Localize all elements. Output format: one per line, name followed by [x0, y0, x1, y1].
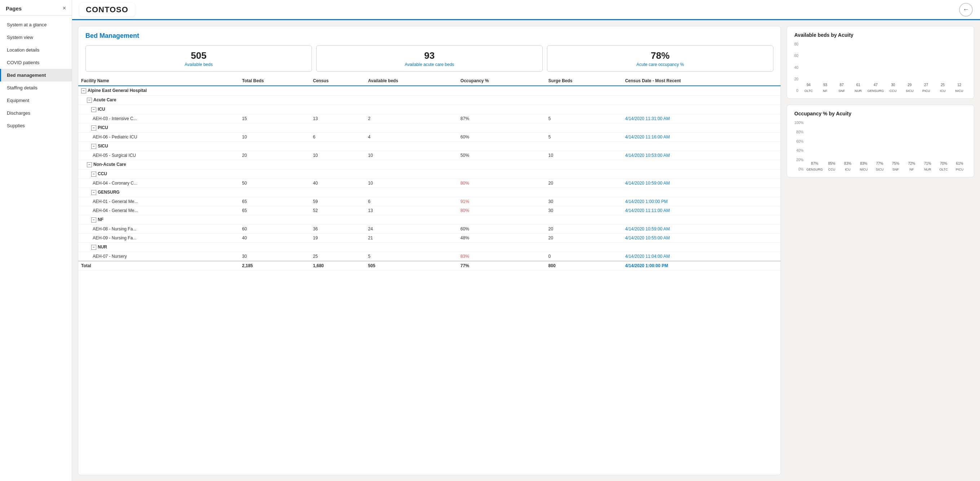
bar-col: 72%NF — [905, 161, 919, 171]
table-row: −Acute Care — [78, 96, 781, 105]
bar-col: 85%CCU — [825, 161, 838, 171]
bar-col: 83%ICU — [840, 161, 854, 171]
bar-col: 87%GENSURG — [807, 161, 823, 171]
col-header: Total Beds — [239, 76, 310, 86]
bar-col: 27PICU — [919, 83, 934, 93]
expand-icon[interactable]: − — [91, 245, 96, 250]
stat-value: 505 — [93, 50, 304, 61]
col-header: Surge Beds — [546, 76, 622, 86]
table-row: AEH-05 - Surgical ICU20101050%104/14/202… — [78, 151, 781, 160]
bar-col: 70%OLTC — [936, 161, 950, 171]
bar-col: 83%NICU — [857, 161, 871, 171]
topbar-logo: CONTOSO — [80, 3, 135, 17]
col-header: Census Date - Most Recent — [622, 76, 781, 86]
sidebar-item-covid-patients[interactable]: COVID patients — [0, 56, 72, 69]
stat-card: 505Available beds — [86, 45, 312, 72]
table-row: −NUR — [78, 243, 781, 252]
bar-col: 93NF — [818, 83, 832, 93]
panel-title: Bed Management — [86, 32, 139, 39]
panel-header: Bed Management — [78, 26, 781, 43]
expand-icon[interactable]: − — [91, 217, 96, 223]
sidebar-item-equipment[interactable]: Equipment — [0, 94, 72, 107]
sidebar-close-button[interactable]: × — [63, 5, 66, 11]
bed-management-panel: Bed Management 505Available beds93Availa… — [78, 26, 781, 475]
sidebar-item-system-at-glance[interactable]: System at a glance — [0, 18, 72, 31]
total-row: Total2,1851,68050577%8004/14/2020 1:00:0… — [78, 261, 781, 271]
chart-title: Occupancy % by Acuity — [794, 111, 967, 116]
topbar: CONTOSO ← — [72, 0, 980, 20]
sidebar-nav: System at a glanceSystem viewLocation de… — [0, 16, 72, 135]
stat-value: 78% — [555, 50, 766, 61]
col-header: Available beds — [365, 76, 458, 86]
bar-col: 47GENSURG — [867, 83, 884, 93]
back-button[interactable]: ← — [959, 3, 973, 17]
expand-icon[interactable]: − — [91, 126, 96, 131]
bar-col: 71%NUR — [921, 161, 935, 171]
stats-row: 505Available beds93Available acute care … — [78, 43, 781, 76]
col-header: Occupancy % — [458, 76, 546, 86]
col-header: Census — [310, 76, 365, 86]
expand-icon[interactable]: − — [87, 98, 92, 103]
bar-col: 87SNF — [834, 83, 849, 93]
stat-label: Acute care occupancy % — [555, 62, 766, 67]
sidebar-item-location-details[interactable]: Location details — [0, 44, 72, 56]
bar-chart-inner: 87%GENSURG85%CCU83%ICU83%NICU77%SICU75%S… — [807, 121, 967, 171]
sidebar-item-bed-management[interactable]: Bed management — [0, 69, 72, 81]
table-row: AEH-06 - Pediatric ICU106460%54/14/2020 … — [78, 133, 781, 142]
table-row: AEH-04 - Coronary C...50401080%204/14/20… — [78, 179, 781, 188]
table-container[interactable]: Facility NameTotal BedsCensusAvailable b… — [78, 76, 781, 475]
sidebar-item-system-view[interactable]: System view — [0, 31, 72, 44]
bar-col: 61%PICU — [953, 161, 967, 171]
stat-label: Available beds — [93, 62, 304, 67]
table-row: −ICU — [78, 105, 781, 114]
table-row: AEH-04 - General Me...65521380%304/14/20… — [78, 206, 781, 215]
table-row: AEH-09 - Nursing Fa...40192148%204/14/20… — [78, 234, 781, 243]
expand-icon[interactable]: − — [91, 144, 96, 149]
table-row: −SICU — [78, 142, 781, 151]
bar-col: 61NUR — [851, 83, 866, 93]
chart-card: Occupancy % by Acuity100%80%60%40%20%0%8… — [787, 105, 974, 177]
sidebar-item-discharges[interactable]: Discharges — [0, 107, 72, 119]
back-icon: ← — [963, 6, 969, 13]
bar-col: 12NICU — [952, 83, 967, 93]
bar-col: 30CCU — [886, 83, 900, 93]
bar-chart-inner: 94OLTC93NF87SNF61NUR47GENSURG30CCU29SICU… — [801, 42, 967, 93]
bar-col: 77%SICU — [873, 161, 887, 171]
table-row: AEH-08 - Nursing Fa...60362460%204/14/20… — [78, 225, 781, 234]
bar-col: 75%SNF — [888, 161, 902, 171]
expand-icon[interactable]: − — [87, 162, 92, 167]
table-row: −CCU — [78, 169, 781, 179]
col-header: Facility Name — [78, 76, 239, 86]
sidebar-header: Pages × — [0, 0, 72, 16]
table-row: −Alpine East General Hospital — [78, 86, 781, 96]
expand-icon[interactable]: − — [91, 107, 96, 112]
table-row: −GENSURG — [78, 188, 781, 197]
bar-col: 94OLTC — [801, 83, 816, 93]
table-row: −Non-Acute Care — [78, 160, 781, 169]
stat-label: Available acute care beds — [324, 62, 535, 67]
expand-icon[interactable]: − — [81, 88, 86, 93]
chart-card: Available beds by Acuity80604020094OLTC9… — [787, 26, 974, 99]
table-row: AEH-07 - Nursery3025583%04/14/2020 11:04… — [78, 252, 781, 261]
expand-icon[interactable]: − — [91, 190, 96, 195]
chart-wrapper: 80604020094OLTC93NF87SNF61NUR47GENSURG30… — [794, 42, 967, 93]
table-body: −Alpine East General Hospital−Acute Care… — [78, 86, 781, 271]
table-header-row: Facility NameTotal BedsCensusAvailable b… — [78, 76, 781, 86]
bar-col: 29SICU — [902, 83, 917, 93]
y-axis: 100%80%60%40%20%0% — [794, 121, 805, 171]
sidebar-item-supplies[interactable]: Supplies — [0, 119, 72, 132]
table-row: −PICU — [78, 123, 781, 133]
table-row: −NF — [78, 215, 781, 225]
main-content: CONTOSO ← Bed Management 505Available be… — [72, 0, 980, 481]
stat-value: 93 — [324, 50, 535, 61]
expand-icon[interactable]: − — [91, 172, 96, 177]
sidebar-item-staffing-details[interactable]: Staffing details — [0, 81, 72, 94]
content-area: Bed Management 505Available beds93Availa… — [72, 20, 980, 481]
bed-table: Facility NameTotal BedsCensusAvailable b… — [78, 76, 781, 271]
sidebar: Pages × System at a glanceSystem viewLoc… — [0, 0, 72, 481]
chart-wrapper: 100%80%60%40%20%0%87%GENSURG85%CCU83%ICU… — [794, 121, 967, 171]
bar-col: 25ICU — [935, 83, 950, 93]
stat-card: 93Available acute care beds — [316, 45, 542, 72]
stat-card: 78%Acute care occupancy % — [547, 45, 773, 72]
charts-panel: Available beds by Acuity80604020094OLTC9… — [787, 26, 974, 475]
